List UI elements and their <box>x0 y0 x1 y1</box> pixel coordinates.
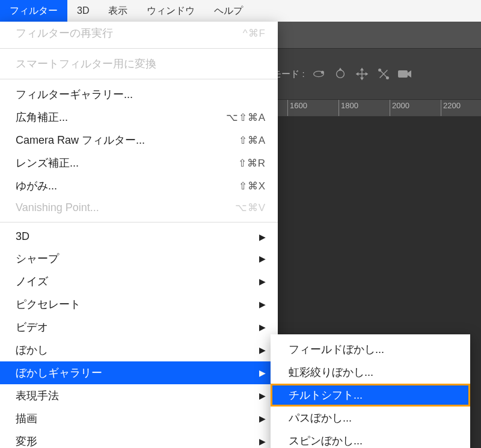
menu-separator <box>0 79 278 79</box>
menu-item-blur-gallery[interactable]: ぼかしギャラリー ▶ <box>0 361 278 384</box>
menu-item-lens-correction[interactable]: レンズ補正... ⇧⌘R <box>0 152 278 174</box>
menu-separator <box>0 222 278 222</box>
submenu-arrow-icon: ▶ <box>259 437 266 446</box>
submenu-item-spin-blur[interactable]: スピンぼかし... <box>271 429 470 448</box>
menu-item-label: ゆがみ... <box>16 179 57 193</box>
rotate-icon[interactable] <box>332 66 348 82</box>
svg-point-1 <box>321 71 323 73</box>
menu-item-label: ぼかし <box>16 343 48 357</box>
menu-item-label: シャープ <box>16 251 59 266</box>
menu-item-liquify[interactable]: ゆがみ... ⇧⌘X <box>0 174 278 197</box>
svg-point-3 <box>378 69 381 72</box>
menu-item-label: ピクセレート <box>16 297 81 311</box>
menu-item-stylize[interactable]: 表現手法 ▶ <box>0 384 278 407</box>
submenu-arrow-icon: ▶ <box>259 368 266 378</box>
ruler-tick-label: 2200 <box>443 101 461 110</box>
menu-item-label: スマートフィルター用に変換 <box>16 57 156 71</box>
menu-item-rerun-filter: フィルターの再実行 ^⌘F <box>0 22 278 44</box>
menu-item-pixelate[interactable]: ピクセレート ▶ <box>0 293 278 316</box>
menu-item-camera-raw[interactable]: Camera Raw フィルター... ⇧⌘A <box>0 129 278 152</box>
menu-item-render[interactable]: 描画 ▶ <box>0 407 278 430</box>
svg-point-4 <box>386 77 388 79</box>
menu-item-filter-gallery[interactable]: フィルターギャラリー... <box>0 83 278 106</box>
menu-item-wide-angle[interactable]: 広角補正... ⌥⇧⌘A <box>0 106 278 129</box>
menu-view[interactable]: 表示 <box>99 0 137 22</box>
submenu-item-tilt-shift[interactable]: チルトシフト... <box>271 384 470 407</box>
menu-item-label: ぼかしギャラリー <box>16 366 102 380</box>
ruler-tick-label: 1800 <box>341 101 358 110</box>
menu-item-label: レンズ補正... <box>16 156 79 170</box>
menu-item-3d[interactable]: 3D ▶ <box>0 226 278 247</box>
menu-item-label: フィルターの再実行 <box>16 26 113 40</box>
menu-help[interactable]: ヘルプ <box>204 0 253 22</box>
blur-gallery-submenu: フィールドぼかし... 虹彩絞りぼかし... チルトシフト... パスぼかし..… <box>271 334 470 448</box>
menu-item-blur[interactable]: ぼかし ▶ <box>0 339 278 361</box>
filter-dropdown: フィルターの再実行 ^⌘F スマートフィルター用に変換 フィルターギャラリー..… <box>0 22 278 448</box>
submenu-arrow-icon: ▶ <box>259 391 266 400</box>
menu-item-label: 変形 <box>16 434 37 448</box>
shortcut-label: ⇧⌘X <box>239 180 266 192</box>
orbit-icon[interactable] <box>311 66 326 82</box>
submenu-arrow-icon: ▶ <box>259 277 266 286</box>
menu-item-label: ノイズ <box>16 274 48 289</box>
submenu-arrow-icon: ▶ <box>259 254 266 263</box>
shortcut-label: ⇧⌘R <box>238 157 266 170</box>
menu-item-label: 広角補正... <box>16 110 68 124</box>
submenu-arrow-icon: ▶ <box>259 414 266 423</box>
shortcut-label: ⌥⇧⌘A <box>226 111 266 124</box>
submenu-arrow-icon: ▶ <box>259 345 266 355</box>
menu-item-label: Vanishing Point... <box>16 201 99 214</box>
svg-rect-5 <box>398 70 408 78</box>
menu-item-noise[interactable]: ノイズ ▶ <box>0 270 278 293</box>
menu-item-sharpen[interactable]: シャープ ▶ <box>0 247 278 270</box>
menu-item-label: Camera Raw フィルター... <box>16 133 145 147</box>
menu-item-video[interactable]: ビデオ ▶ <box>0 316 278 339</box>
menu-item-label: フィルターギャラリー... <box>16 87 133 102</box>
shortcut-label: ⇧⌘A <box>239 134 266 147</box>
menu-item-label: 表現手法 <box>16 388 59 403</box>
svg-point-2 <box>336 70 344 78</box>
menu-item-label: ビデオ <box>16 320 48 334</box>
shortcut-label: ⌥⌘V <box>235 201 266 214</box>
submenu-arrow-icon: ▶ <box>259 299 266 309</box>
camera-icon[interactable] <box>397 66 413 82</box>
menu-filter[interactable]: フィルター <box>0 0 67 22</box>
menu-item-label: 描画 <box>16 411 37 426</box>
ruler-tick-label: 2000 <box>392 101 409 110</box>
menu-item-convert-smart: スマートフィルター用に変換 <box>0 52 278 75</box>
menu-item-label: 3D <box>16 230 29 243</box>
scale-icon[interactable] <box>376 66 391 82</box>
submenu-arrow-icon: ▶ <box>259 232 266 242</box>
move-icon[interactable] <box>354 66 370 82</box>
submenu-item-path-blur[interactable]: パスぼかし... <box>271 407 470 429</box>
submenu-item-iris-blur[interactable]: 虹彩絞りぼかし... <box>271 361 470 384</box>
menu-item-distort[interactable]: 変形 ▶ <box>0 430 278 448</box>
menu-window[interactable]: ウィンドウ <box>137 0 204 22</box>
menu-3d[interactable]: 3D <box>67 0 99 22</box>
shortcut-label: ^⌘F <box>243 27 266 40</box>
menu-item-vanishing-point: Vanishing Point... ⌥⌘V <box>0 197 278 218</box>
menu-separator <box>0 48 278 49</box>
ruler-tick-label: 1600 <box>290 101 307 110</box>
menubar: フィルター 3D 表示 ウィンドウ ヘルプ <box>0 0 481 22</box>
submenu-arrow-icon: ▶ <box>259 322 266 332</box>
submenu-item-field-blur[interactable]: フィールドぼかし... <box>271 338 470 361</box>
